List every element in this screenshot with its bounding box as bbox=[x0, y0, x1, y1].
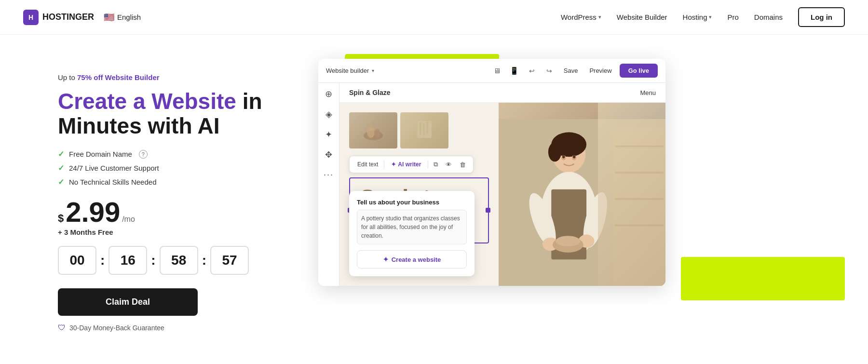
nav-website-builder[interactable]: Website Builder bbox=[617, 13, 667, 21]
chevron-down-icon: ▾ bbox=[598, 14, 601, 20]
nav-hosting[interactable]: Hosting ▾ bbox=[683, 13, 712, 21]
ai-panel-title: Tell us about your business bbox=[357, 199, 467, 206]
check-icon-2: ✓ bbox=[58, 163, 64, 173]
navbar: H HOSTINGER 🇺🇸 English WordPress ▾ Websi… bbox=[0, 0, 868, 35]
shelf-decoration bbox=[598, 103, 665, 286]
save-button[interactable]: Save bbox=[560, 65, 582, 76]
mobile-view-button[interactable]: 📱 bbox=[508, 64, 521, 78]
login-button[interactable]: Log in bbox=[798, 7, 845, 27]
view-button[interactable]: 👁 bbox=[443, 160, 454, 170]
check-icon-3: ✓ bbox=[58, 177, 64, 187]
hero-title: Create a Website in Minutes with AI bbox=[58, 89, 289, 138]
more-icon[interactable]: ··· bbox=[324, 170, 334, 180]
builder-actions: 🖥 📱 ↩ ↪ Save Preview Go live bbox=[490, 64, 658, 78]
delete-button[interactable]: 🗑 bbox=[457, 160, 468, 170]
site-name: Spin & Glaze bbox=[349, 89, 391, 96]
layers-icon[interactable]: ◈ bbox=[326, 109, 332, 120]
colon-1: : bbox=[100, 253, 105, 268]
info-icon[interactable]: ? bbox=[139, 150, 148, 159]
site-hero-right bbox=[499, 103, 665, 286]
copy-button[interactable]: ⧉ bbox=[431, 159, 440, 170]
toolbar-divider-1 bbox=[384, 161, 384, 168]
builder-mockup: Website builder ▾ 🖥 📱 ↩ ↪ Save Preview G… bbox=[318, 59, 665, 286]
countdown-minutes: 16 bbox=[108, 246, 147, 275]
hero-image-2 bbox=[400, 112, 448, 148]
builder-tab-chevron-icon: ▾ bbox=[372, 68, 374, 73]
svg-point-2 bbox=[374, 129, 380, 137]
svg-point-15 bbox=[548, 142, 561, 162]
nav-left: H HOSTINGER 🇺🇸 English bbox=[23, 10, 141, 25]
ai-panel-description[interactable]: A pottery studio that organizes classes … bbox=[357, 210, 467, 244]
svg-point-28 bbox=[573, 155, 575, 158]
bonus-text: + 3 Months Free bbox=[58, 228, 289, 236]
green-accent-bottom bbox=[681, 257, 845, 300]
logo[interactable]: H HOSTINGER bbox=[23, 10, 94, 25]
ai-writer-button[interactable]: ✦ AI writer bbox=[387, 160, 425, 169]
redo-button[interactable]: ↪ bbox=[542, 64, 556, 78]
add-element-icon[interactable]: ⊕ bbox=[325, 89, 332, 99]
desktop-view-button[interactable]: 🖥 bbox=[490, 64, 504, 78]
features-list: ✓ Free Domain Name ? ✓ 24/7 Live Custome… bbox=[58, 149, 289, 187]
text-edit-toolbar: Edit text ✦ AI writer ⧉ 👁 🗑 bbox=[349, 156, 474, 173]
colon-2: : bbox=[151, 253, 155, 268]
claim-deal-button[interactable]: Claim Deal bbox=[58, 288, 198, 316]
toolbar-divider-2 bbox=[428, 161, 428, 168]
svg-rect-4 bbox=[420, 122, 421, 135]
builder-canvas: ⊕ ◈ ✦ ✥ ··· Spin & Glaze Menu bbox=[318, 83, 665, 286]
promo-highlight: 75% off Website Builder bbox=[77, 73, 160, 81]
undo-button[interactable]: ↩ bbox=[525, 64, 539, 78]
cursor-icon[interactable]: ✥ bbox=[325, 149, 332, 160]
hero-section: Up to 75% off Website Builder Create a W… bbox=[0, 35, 868, 364]
builder-tab-label: Website builder bbox=[326, 67, 369, 74]
resize-handle-right[interactable] bbox=[486, 208, 490, 213]
flag-icon: 🇺🇸 bbox=[104, 12, 114, 23]
price-mo: /mo bbox=[122, 215, 135, 224]
builder-tab[interactable]: Website builder ▾ bbox=[326, 67, 374, 74]
check-icon-1: ✓ bbox=[58, 149, 64, 159]
svg-rect-6 bbox=[426, 121, 428, 134]
site-header: Spin & Glaze Menu bbox=[339, 83, 665, 103]
ai-business-panel: Tell us about your business A pottery st… bbox=[349, 191, 475, 276]
builder-content: Spin & Glaze Menu bbox=[339, 83, 665, 286]
chevron-down-icon-2: ▾ bbox=[709, 14, 712, 20]
svg-point-1 bbox=[367, 126, 375, 138]
nav-pro[interactable]: Pro bbox=[727, 13, 738, 21]
svg-rect-5 bbox=[423, 123, 425, 135]
countdown-seconds: 58 bbox=[160, 246, 198, 275]
guarantee-text: 🛡 30-Day Money-Back Guarantee bbox=[58, 324, 289, 332]
builder-topbar: Website builder ▾ 🖥 📱 ↩ ↪ Save Preview G… bbox=[318, 59, 665, 83]
hero-left: Up to 75% off Website Builder Create a W… bbox=[58, 64, 289, 332]
create-website-button[interactable]: ✦ Create a website bbox=[357, 250, 467, 269]
feature-support: ✓ 24/7 Live Customer Support bbox=[58, 163, 289, 173]
feature-skills: ✓ No Technical Skills Needed bbox=[58, 177, 289, 187]
nav-domains[interactable]: Domains bbox=[754, 13, 783, 21]
countdown-timer: 00 : 16 : 58 : 57 bbox=[58, 246, 289, 275]
price-dollar: $ bbox=[58, 212, 64, 225]
shield-icon: 🛡 bbox=[58, 324, 66, 332]
ai-tools-icon[interactable]: ✦ bbox=[325, 129, 332, 140]
language-label: English bbox=[117, 13, 141, 21]
svg-point-27 bbox=[562, 155, 565, 158]
hero-right: Website builder ▾ 🖥 📱 ↩ ↪ Save Preview G… bbox=[318, 64, 845, 286]
nav-right: WordPress ▾ Website Builder Hosting ▾ Pr… bbox=[561, 7, 845, 27]
site-menu[interactable]: Menu bbox=[640, 89, 656, 96]
golive-button[interactable]: Go live bbox=[620, 64, 658, 78]
builder-container: Website builder ▾ 🖥 📱 ↩ ↪ Save Preview G… bbox=[318, 59, 665, 286]
countdown-frames: 57 bbox=[210, 246, 249, 275]
svg-point-24 bbox=[556, 236, 580, 246]
image-strip bbox=[349, 112, 489, 148]
colon-3: : bbox=[202, 253, 206, 268]
nav-wordpress[interactable]: WordPress ▾ bbox=[561, 13, 601, 21]
countdown-hours: 00 bbox=[58, 246, 96, 275]
preview-button[interactable]: Preview bbox=[585, 65, 615, 76]
logo-text: HOSTINGER bbox=[42, 12, 94, 22]
logo-icon: H bbox=[23, 10, 39, 25]
language-selector[interactable]: 🇺🇸 English bbox=[104, 12, 141, 23]
edit-text-button[interactable]: Edit text bbox=[354, 160, 381, 169]
sparkle-icon-small: ✦ bbox=[391, 161, 396, 168]
builder-sidebar: ⊕ ◈ ✦ ✥ ··· bbox=[318, 83, 339, 286]
promo-text: Up to 75% off Website Builder bbox=[58, 73, 289, 81]
feature-domain: ✓ Free Domain Name ? bbox=[58, 149, 289, 159]
hero-image-1 bbox=[349, 112, 397, 148]
price-main: 2.99 bbox=[66, 198, 120, 226]
